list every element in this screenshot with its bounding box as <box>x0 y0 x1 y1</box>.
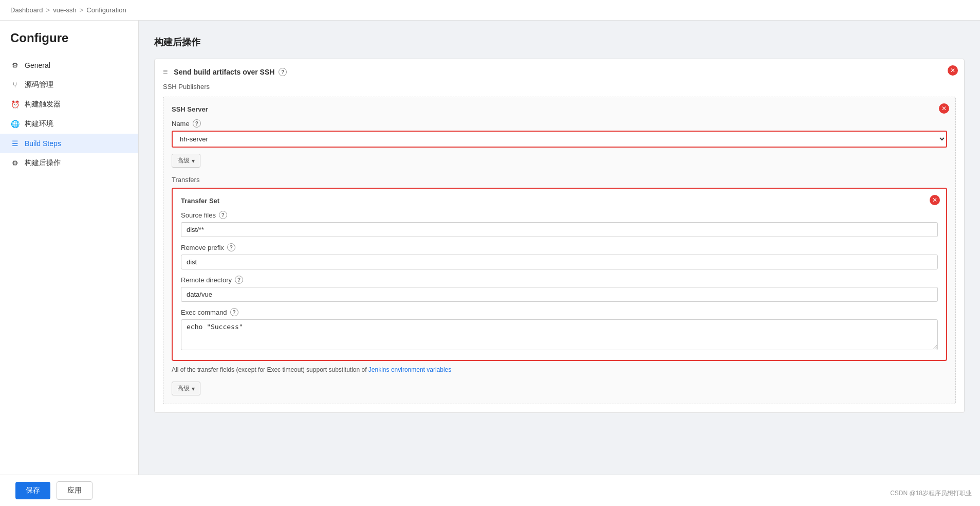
remote-directory-label: Remote directory <box>181 276 232 284</box>
transfer-set-close-button[interactable]: ✕ <box>930 195 940 205</box>
source-files-label: Source files <box>181 211 216 219</box>
name-label-row: Name ? <box>172 119 947 128</box>
exec-command-help-icon[interactable]: ? <box>230 308 238 316</box>
chevron-down-icon-2: ▾ <box>192 385 195 392</box>
settings-icon: ⚙ <box>10 158 20 168</box>
name-help-icon[interactable]: ? <box>193 119 201 128</box>
remove-prefix-label-row: Remove prefix ? <box>181 243 938 251</box>
apply-button[interactable]: 应用 <box>57 481 93 500</box>
section-title: Send build artifacts over SSH <box>174 68 274 76</box>
source-files-input[interactable] <box>181 222 938 237</box>
exec-command-textarea[interactable] <box>181 319 938 350</box>
sidebar-item-build-steps[interactable]: ☰ Build Steps <box>0 134 138 153</box>
transfer-set-box: ✕ Transfer Set Source files ? Remove pre… <box>172 188 947 361</box>
main-content: 构建后操作 ≡ Send build artifacts over SSH ? … <box>139 21 980 475</box>
chevron-down-icon: ▾ <box>192 157 195 165</box>
transfer-note: All of the transfer fields (except for E… <box>172 366 947 373</box>
globe-icon: 🌐 <box>10 119 20 129</box>
sidebar-item-build-triggers[interactable]: ⏰ 构建触发器 <box>0 95 138 114</box>
sidebar-title: Configure <box>0 31 138 56</box>
sidebar-item-label: 源码管理 <box>25 80 53 89</box>
sidebar-item-label: 构建后操作 <box>25 158 61 168</box>
exec-command-label: Exec command <box>181 309 227 316</box>
ssh-server-box: ✕ SSH Server Name ? hh-server 高级 ▾ Trans… <box>163 97 956 404</box>
sidebar-item-general[interactable]: ⚙ General <box>0 56 138 75</box>
remote-directory-help-icon[interactable]: ? <box>235 276 243 284</box>
sidebar-item-source-mgmt[interactable]: ⑂ 源码管理 <box>0 75 138 95</box>
branch-icon: ⑂ <box>10 80 20 89</box>
sidebar-item-post-build[interactable]: ⚙ 构建后操作 <box>0 153 138 173</box>
exec-command-label-row: Exec command ? <box>181 308 938 316</box>
ssh-server-close-button[interactable]: ✕ <box>939 103 949 114</box>
sidebar-item-build-env[interactable]: 🌐 构建环境 <box>0 114 138 134</box>
sidebar: Configure ⚙ General ⑂ 源码管理 ⏰ 构建触发器 🌐 构建环… <box>0 21 139 475</box>
sidebar-item-label: 构建环境 <box>25 119 53 129</box>
breadcrumb-current: Configuration <box>86 6 126 14</box>
section-close-button[interactable]: ✕ <box>948 65 958 76</box>
breadcrumb: Dashboard > vue-ssh > Configuration <box>0 0 980 21</box>
ssh-server-label: SSH Server <box>172 105 947 113</box>
ssh-section-card: ≡ Send build artifacts over SSH ? ✕ SSH … <box>154 59 965 413</box>
advanced-button-1[interactable]: 高级 ▾ <box>172 154 200 168</box>
remove-prefix-help-icon[interactable]: ? <box>227 243 235 251</box>
gear-icon: ⚙ <box>10 61 20 70</box>
advanced-btn-label: 高级 <box>177 156 190 165</box>
name-label: Name <box>172 120 190 128</box>
transfers-label: Transfers <box>172 176 947 184</box>
page-title: 构建后操作 <box>154 36 965 48</box>
breadcrumb-dashboard[interactable]: Dashboard <box>10 6 43 14</box>
bottom-bar: 保存 应用 <box>0 475 980 506</box>
remote-directory-label-row: Remote directory ? <box>181 276 938 284</box>
source-files-label-row: Source files ? <box>181 211 938 219</box>
clock-icon: ⏰ <box>10 100 20 109</box>
ssh-publishers-label: SSH Publishers <box>163 83 956 91</box>
remote-directory-input[interactable] <box>181 287 938 302</box>
breadcrumb-project[interactable]: vue-ssh <box>53 6 77 14</box>
remove-prefix-label: Remove prefix <box>181 244 224 251</box>
sidebar-item-label: Build Steps <box>25 139 61 148</box>
advanced-button-2[interactable]: 高级 ▾ <box>172 382 200 395</box>
section-help-icon[interactable]: ? <box>279 68 287 76</box>
name-select[interactable]: hh-server <box>172 131 947 148</box>
transfer-set-title: Transfer Set <box>181 197 938 205</box>
sidebar-item-label: 构建触发器 <box>25 100 61 109</box>
list-icon: ☰ <box>10 139 20 148</box>
section-header: ≡ Send build artifacts over SSH ? <box>163 67 956 77</box>
watermark: CSDN @18岁程序员想打职业 <box>890 489 972 498</box>
source-files-help-icon[interactable]: ? <box>219 211 227 219</box>
sidebar-item-label: General <box>25 61 50 69</box>
drag-icon: ≡ <box>163 67 168 77</box>
jenkins-env-vars-link[interactable]: Jenkins environment variables <box>368 366 451 373</box>
save-button[interactable]: 保存 <box>15 482 50 499</box>
remove-prefix-input[interactable] <box>181 255 938 269</box>
advanced-btn2-label: 高级 <box>177 384 190 393</box>
